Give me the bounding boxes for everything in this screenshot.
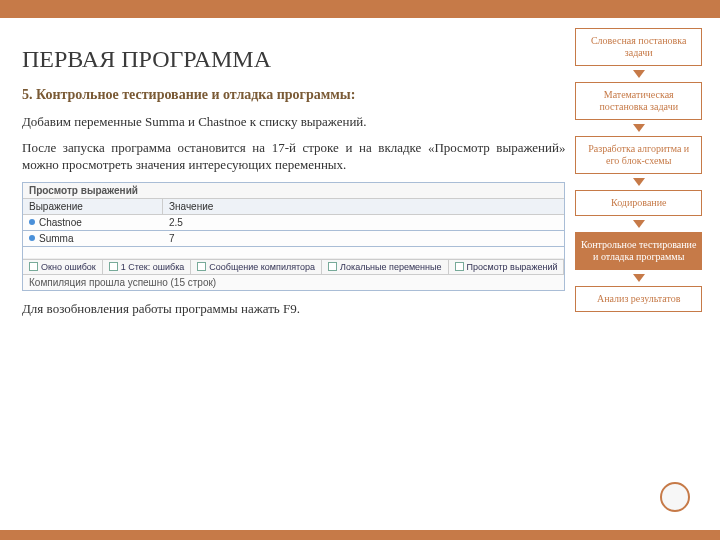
paragraph-2: После запуска программа остановится на 1… [22, 139, 565, 174]
row-name: Chastnoe [39, 217, 82, 228]
flow-step-6: Анализ результатов [575, 286, 702, 312]
paragraph-1: Добавим переменные Summa и Chastnoe к сп… [22, 113, 565, 131]
section-subtitle: 5. Контрольное тестирование и отладка пр… [22, 87, 565, 103]
row-name: Summa [39, 233, 73, 244]
checkbox-icon [328, 262, 337, 271]
flow-step-1: Словесная постановка задачи [575, 28, 702, 66]
table-row[interactable]: Summa 7 [23, 231, 564, 247]
checkbox-icon [29, 262, 38, 271]
checkbox-icon [197, 262, 206, 271]
table-row[interactable]: Chastnoe 2.5 [23, 215, 564, 231]
resume-text: Для возобновления работы программы нажат… [22, 301, 565, 317]
flow-step-4: Кодирование [575, 190, 702, 216]
flow-step-2: Математическая постановка задачи [575, 82, 702, 120]
col-value: Значение [163, 199, 219, 214]
tab-locals[interactable]: Локальные переменные [322, 260, 448, 274]
dot-icon [29, 235, 35, 241]
arrow-down-icon [633, 220, 645, 228]
row-value: 2.5 [163, 215, 564, 230]
col-expression: Выражение [23, 199, 163, 214]
decoration-circle-icon [660, 482, 690, 512]
tab-errors[interactable]: Окно ошибок [23, 260, 103, 274]
row-value: 7 [163, 231, 564, 246]
arrow-down-icon [633, 124, 645, 132]
tab-compiler[interactable]: Сообщение компилятора [191, 260, 322, 274]
arrow-down-icon [633, 70, 645, 78]
ide-tabs: Окно ошибок 1 Стек: ошибка Сообщение ком… [23, 259, 564, 274]
page-title: ПЕРВАЯ ПРОГРАММА [22, 46, 565, 73]
compiler-status: Компиляция прошла успешно (15 строк) [23, 274, 564, 290]
empty-row [23, 247, 564, 259]
flow-sidebar: Словесная постановка задачи Математическ… [575, 28, 702, 317]
tab-stack[interactable]: 1 Стек: ошибка [103, 260, 192, 274]
watch-header-row: Выражение Значение [23, 199, 564, 215]
tab-watch[interactable]: Просмотр выражений [449, 260, 565, 274]
checkbox-icon [455, 262, 464, 271]
checkbox-icon [109, 262, 118, 271]
flow-step-5-active: Контрольное тестирование и отладка прогр… [575, 232, 702, 270]
arrow-down-icon [633, 178, 645, 186]
dot-icon [29, 219, 35, 225]
flow-step-3: Разработка алгоритма и его блок-схемы [575, 136, 702, 174]
watch-panel-title: Просмотр выражений [23, 183, 564, 199]
arrow-down-icon [633, 274, 645, 282]
watch-panel: Просмотр выражений Выражение Значение Ch… [22, 182, 565, 291]
